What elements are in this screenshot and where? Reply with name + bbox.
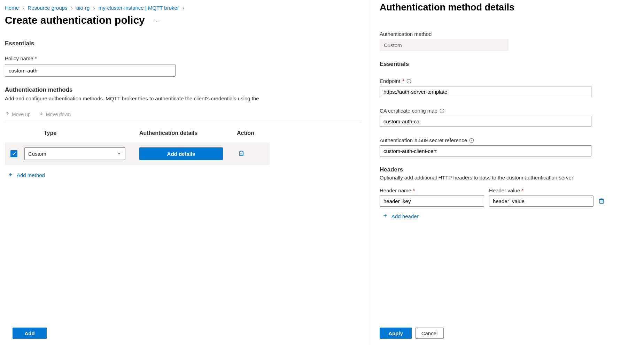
trash-icon xyxy=(598,200,605,205)
auth-methods-table: Type Authentication details Action Custo… xyxy=(5,122,270,165)
info-icon[interactable] xyxy=(469,138,474,143)
move-up-button[interactable]: Move up xyxy=(5,111,31,117)
chevron-right-icon: › xyxy=(71,5,73,11)
move-down-button[interactable]: Move down xyxy=(39,111,71,117)
info-icon[interactable] xyxy=(440,108,444,113)
auth-method-label: Authentication method xyxy=(380,31,634,37)
col-details: Authentication details xyxy=(136,122,233,143)
panel-title: Authentication method details xyxy=(380,2,634,13)
endpoint-input[interactable] xyxy=(380,86,591,97)
x509-label: Authentication X.509 secret reference xyxy=(380,137,634,143)
add-header-button[interactable]: Add header xyxy=(382,213,419,220)
breadcrumb: Home › Resource groups › aio-rg › my-clu… xyxy=(5,3,362,14)
breadcrumb-home[interactable]: Home xyxy=(5,5,19,11)
x509-input[interactable] xyxy=(380,145,591,156)
arrow-up-icon xyxy=(5,111,10,117)
header-value-label: Header value * xyxy=(489,187,593,193)
breadcrumb-resource-groups[interactable]: Resource groups xyxy=(28,5,67,11)
policy-name-input[interactable] xyxy=(5,64,176,77)
type-dropdown[interactable]: Custom xyxy=(24,147,125,160)
col-action: Action xyxy=(233,122,270,143)
auth-method-readonly: Custom xyxy=(380,39,509,51)
arrow-down-icon xyxy=(39,111,44,117)
chevron-down-icon xyxy=(117,151,122,157)
chevron-right-icon: › xyxy=(22,5,24,11)
headers-heading: Headers xyxy=(380,166,634,173)
row-checkbox[interactable] xyxy=(10,150,17,157)
table-row: Custom Add details xyxy=(5,143,270,165)
details-panel: Authentication method details Authentica… xyxy=(369,0,644,345)
essentials-heading: Essentials xyxy=(5,40,362,47)
auth-methods-heading: Authentication methods xyxy=(5,86,362,93)
chevron-right-icon: › xyxy=(93,5,95,11)
trash-icon xyxy=(238,150,245,158)
policy-name-label: Policy name * xyxy=(5,55,362,61)
chevron-right-icon: › xyxy=(183,5,184,11)
plus-icon xyxy=(382,213,388,220)
header-name-input[interactable] xyxy=(380,196,484,207)
page-title: Create authentication policy xyxy=(5,14,145,26)
auth-methods-description: Add and configure authentication methods… xyxy=(5,95,362,101)
add-details-button[interactable]: Add details xyxy=(139,147,223,160)
add-button[interactable]: Add xyxy=(13,328,47,339)
endpoint-label: Endpoint * xyxy=(380,78,634,84)
info-icon[interactable] xyxy=(406,79,411,84)
add-method-button[interactable]: Add method xyxy=(8,172,45,178)
main-content: Home › Resource groups › aio-rg › my-clu… xyxy=(0,0,369,345)
breadcrumb-aio-rg[interactable]: aio-rg xyxy=(76,5,90,11)
plus-icon xyxy=(8,172,13,178)
header-value-input[interactable] xyxy=(489,196,593,207)
col-type: Type xyxy=(21,122,136,143)
breadcrumb-cluster-instance[interactable]: my-cluster-instance | MQTT broker xyxy=(99,5,179,11)
apply-button[interactable]: Apply xyxy=(380,328,412,339)
ca-cert-input[interactable] xyxy=(380,116,591,127)
more-actions-button[interactable]: ... xyxy=(152,15,162,25)
delete-header-button[interactable] xyxy=(598,198,605,207)
cancel-button[interactable]: Cancel xyxy=(415,328,444,339)
header-name-label: Header name * xyxy=(380,187,484,193)
delete-row-button[interactable] xyxy=(237,149,246,159)
ca-cert-label: CA certificate config map xyxy=(380,108,634,114)
panel-essentials-heading: Essentials xyxy=(380,61,634,68)
headers-description: Optionally add additional HTTP headers t… xyxy=(380,175,634,181)
